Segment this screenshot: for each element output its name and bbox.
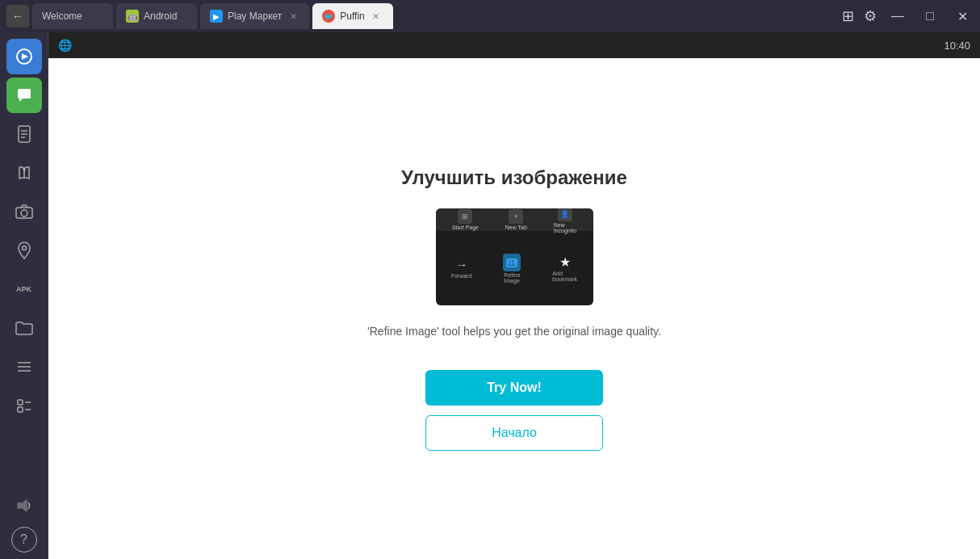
settings-icon[interactable]: ⚙ (864, 7, 877, 25)
minimize-button[interactable]: — (886, 5, 909, 27)
mini-tool-forward: → Forward (451, 258, 472, 279)
mini-forward-label: Forward (451, 273, 472, 279)
titlebar: ← Welcome 🤖 Android ▶ Play Маркет ✕ 🐦 Pu… (0, 0, 980, 32)
main-layout: APK ? (0, 32, 980, 559)
svg-rect-13 (18, 400, 23, 405)
book-icon (16, 165, 32, 181)
tab-playmarket-label: Play Маркет (228, 11, 282, 22)
sidebar-item-chat[interactable] (6, 78, 42, 113)
mini-tool-new-tab: + New Tab (505, 209, 527, 230)
start-button[interactable]: Начало (425, 415, 603, 451)
tab-playmarket-close[interactable]: ✕ (287, 10, 299, 23)
back-button[interactable]: ← (6, 5, 29, 27)
chat-icon (16, 87, 32, 103)
mini-new-tab-label: New Tab (505, 225, 527, 230)
mini-tool-bookmark: ★ Addbookmark (552, 254, 577, 282)
mini-refine-icon (503, 254, 521, 271)
tab-puffin-label: Puffin (340, 11, 364, 22)
status-time: 10:40 (944, 40, 970, 52)
browser-content: Улучшить изображение ⊞ Start Page + New … (48, 58, 980, 559)
sidebar-item-video[interactable] (6, 39, 42, 74)
camera-icon (15, 204, 33, 219)
feature-image-preview: ⊞ Start Page + New Tab 👤 NewIncognito (436, 208, 593, 305)
sidebar-item-sound[interactable] (6, 488, 42, 523)
tab-playmarket[interactable]: ▶ Play Маркет ✕ (200, 3, 309, 29)
sidebar-item-folder[interactable] (6, 310, 42, 346)
sound-icon (16, 498, 32, 513)
mini-toolbar: ⊞ Start Page + New Tab 👤 NewIncognito (436, 208, 593, 231)
document-icon (17, 125, 31, 143)
location-icon (18, 242, 31, 259)
sidebar-item-help[interactable]: ? (11, 527, 37, 553)
mini-tool-start-page: ⊞ Start Page (452, 209, 479, 230)
tab-welcome-label: Welcome (42, 11, 82, 22)
app-icon: 🌐 (58, 39, 72, 52)
tab-android[interactable]: 🤖 Android (116, 3, 197, 29)
sidebar-item-document[interactable] (6, 116, 42, 152)
svg-point-19 (509, 261, 512, 264)
status-bar: 🌐 10:40 (48, 32, 980, 58)
sidebar-item-camera[interactable] (6, 194, 42, 229)
playstore-icon: ▶ (210, 10, 223, 23)
mini-bookmark-label: Addbookmark (552, 271, 577, 282)
maximize-button[interactable]: □ (919, 5, 941, 27)
grid-icon: ⊞ (842, 7, 854, 25)
puffin-icon: 🐦 (322, 10, 335, 23)
sidebar-item-location[interactable] (6, 233, 42, 268)
sidebar-item-list2[interactable] (6, 388, 42, 423)
mini-start-page-icon: ⊞ (458, 209, 472, 224)
tab-puffin[interactable]: 🐦 Puffin ✕ (312, 3, 393, 29)
mini-bookmark-icon: ★ (559, 254, 571, 270)
video-icon (16, 48, 32, 65)
tab-android-label: Android (144, 11, 177, 22)
close-button[interactable]: ✕ (951, 5, 974, 27)
sidebar-item-list1[interactable] (6, 349, 42, 385)
svg-point-9 (22, 246, 26, 250)
tab-welcome[interactable]: Welcome (32, 3, 113, 29)
mini-tool-refine-image: RefineImage (503, 254, 521, 284)
mini-refine-label: RefineImage (504, 272, 520, 284)
svg-point-8 (21, 210, 27, 216)
list1-icon (16, 359, 32, 374)
sidebar: APK ? (0, 32, 48, 559)
list2-icon (16, 398, 32, 413)
mini-tool-new-incognito: 👤 NewIncognito (554, 208, 576, 233)
android-icon: 🤖 (126, 10, 139, 23)
try-now-button[interactable]: Try Now! (425, 370, 603, 406)
folder-icon (15, 321, 33, 335)
titlebar-right: ⊞ ⚙ — □ ✕ (842, 5, 974, 27)
mini-bottom-row: → Forward (436, 231, 593, 305)
feature-description: 'Refine Image' tool helps you get the or… (367, 325, 661, 338)
svg-marker-17 (18, 500, 27, 511)
svg-marker-1 (22, 53, 28, 60)
mini-incognito-icon: 👤 (558, 208, 572, 221)
sidebar-item-book[interactable] (6, 155, 42, 191)
mini-browser: ⊞ Start Page + New Tab 👤 NewIncognito (436, 208, 593, 305)
svg-rect-15 (18, 407, 23, 412)
feature-title: Улучшить изображение (401, 166, 627, 189)
content-area: 🌐 10:40 Улучшить изображение ⊞ Start Pag… (48, 32, 980, 559)
mini-start-page-label: Start Page (452, 225, 479, 230)
mini-forward-icon: → (455, 258, 468, 272)
tab-puffin-close[interactable]: ✕ (370, 10, 383, 23)
mini-new-tab-icon: + (509, 209, 523, 224)
sidebar-item-apk[interactable]: APK (6, 271, 42, 307)
